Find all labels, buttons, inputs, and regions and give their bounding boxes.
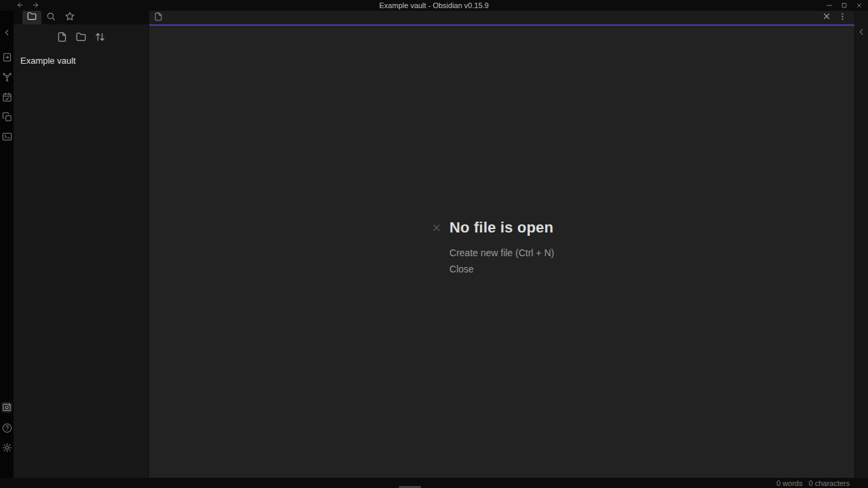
tab-search[interactable] bbox=[41, 11, 60, 24]
folder-icon bbox=[27, 12, 37, 24]
pane-header-actions bbox=[822, 12, 847, 24]
help-icon[interactable] bbox=[1, 422, 12, 433]
forward-arrow-icon[interactable] bbox=[32, 0, 39, 12]
sort-order-icon[interactable] bbox=[95, 32, 105, 45]
note-file-icon bbox=[154, 12, 163, 24]
close-link[interactable]: Close bbox=[450, 263, 474, 276]
create-new-file-link[interactable]: Create new file (Ctrl + N) bbox=[450, 247, 554, 260]
window-controls bbox=[822, 0, 867, 11]
tab-starred[interactable] bbox=[60, 11, 79, 24]
back-arrow-icon[interactable] bbox=[16, 0, 24, 12]
close-window-icon[interactable] bbox=[852, 0, 867, 11]
expand-right-sidebar-icon[interactable] bbox=[856, 27, 867, 38]
close-pane-icon[interactable] bbox=[822, 12, 831, 24]
empty-state-title: No file is open bbox=[450, 218, 554, 237]
character-count: 0 characters bbox=[808, 479, 850, 487]
new-note-icon[interactable] bbox=[57, 32, 67, 45]
left-ribbon bbox=[0, 11, 14, 478]
empty-state: No file is open Create new file (Ctrl + … bbox=[450, 218, 554, 276]
vault-name[interactable]: Example vault bbox=[20, 56, 149, 66]
star-icon bbox=[65, 12, 75, 24]
empty-state-title-row: No file is open bbox=[450, 218, 554, 237]
search-icon bbox=[46, 12, 56, 24]
quick-switcher-icon[interactable] bbox=[1, 52, 12, 62]
window-title: Example vault - Obsidian v0.15.9 bbox=[0, 0, 868, 11]
right-sidebar-strip bbox=[854, 11, 868, 478]
titlebar: Example vault - Obsidian v0.15.9 bbox=[0, 0, 868, 11]
tab-file-explorer[interactable] bbox=[22, 11, 41, 24]
dismiss-x-icon[interactable] bbox=[431, 222, 442, 236]
collapse-left-sidebar-icon[interactable] bbox=[1, 27, 12, 38]
history-nav bbox=[16, 0, 39, 11]
vault-switcher-icon[interactable] bbox=[1, 402, 12, 413]
new-folder-icon[interactable] bbox=[76, 32, 86, 45]
graph-view-icon[interactable] bbox=[1, 71, 12, 82]
left-sidebar: Example vault bbox=[14, 11, 149, 478]
status-bar: 0 words 0 characters bbox=[0, 478, 868, 488]
main-pane: No file is open Create new file (Ctrl + … bbox=[149, 11, 854, 478]
more-options-icon[interactable] bbox=[838, 12, 847, 24]
pane-header bbox=[149, 11, 854, 26]
word-count: 0 words bbox=[776, 479, 803, 487]
minimize-icon[interactable] bbox=[822, 0, 837, 11]
settings-gear-icon[interactable] bbox=[1, 442, 12, 453]
daily-note-icon[interactable] bbox=[1, 92, 12, 102]
command-palette-icon[interactable] bbox=[1, 131, 12, 142]
explorer-actions bbox=[14, 32, 149, 45]
sidebar-tab-bar bbox=[14, 11, 149, 24]
maximize-icon[interactable] bbox=[837, 0, 852, 11]
insert-template-icon[interactable] bbox=[1, 111, 12, 122]
